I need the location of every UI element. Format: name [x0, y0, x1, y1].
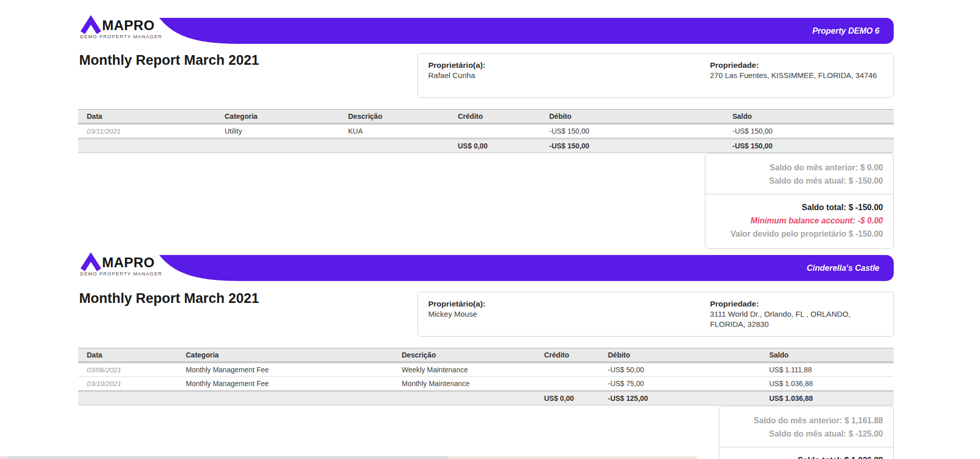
- col-header-categoria: Categoria: [177, 348, 393, 363]
- owner-name: Mickey Mouse: [428, 309, 643, 319]
- amount-owed-line: Valor devido pelo proprietário $ -150.00: [716, 227, 883, 241]
- col-header-debito: Débito: [599, 348, 761, 363]
- cell-balance: -US$ 150,00: [724, 124, 894, 139]
- col-header-descricao: Descrição: [339, 110, 449, 124]
- cell-date: 03/06/2021: [78, 363, 177, 377]
- table-totals-row: US$ 0,00 -US$ 150,00 -US$ 150,00: [78, 139, 894, 153]
- cell-description: Monthly Maintenance: [393, 377, 535, 391]
- summary-month-section: Saldo do mês anterior: $ 0.00 Saldo do m…: [705, 154, 893, 194]
- owner-property-box: Proprietário(a): Rafael Cunha Propriedad…: [418, 53, 894, 98]
- property-info: Propriedade: 270 Las Fuentes, KISSIMMEE,…: [710, 60, 886, 81]
- cell-category: Utility: [216, 124, 339, 139]
- transactions-table: Data Categoria Descrição Crédito Débito …: [78, 109, 894, 153]
- col-header-data: Data: [78, 348, 177, 363]
- table-totals-row: US$ 0,00 -US$ 125,00 US$ 1.036,88: [78, 391, 894, 405]
- cell-debit: -US$ 50,00: [599, 363, 761, 377]
- total-balance: US$ 1.036,88: [761, 391, 894, 405]
- owner-info: Proprietário(a): Mickey Mouse: [428, 299, 643, 319]
- col-header-data: Data: [78, 110, 216, 124]
- bottom-edge-strip: [9, 456, 448, 459]
- col-header-saldo: Saldo: [761, 348, 894, 363]
- cell-category: Monthly Management Fee: [177, 363, 393, 377]
- mapro-logo: MAPRO DEMO PROPERTY MANAGER: [80, 254, 162, 276]
- total-credit: US$ 0,00: [535, 391, 599, 405]
- logo-tagline: DEMO PROPERTY MANAGER: [80, 34, 162, 39]
- owner-label: Proprietário(a):: [428, 299, 643, 309]
- logo-tagline: DEMO PROPERTY MANAGER: [80, 271, 162, 276]
- col-header-categoria: Categoria: [216, 110, 339, 124]
- logo-name: MAPRO: [102, 255, 155, 270]
- balance-summary-box: Saldo do mês anterior: $ 1,161.88 Saldo …: [719, 406, 894, 459]
- balance-summary-box: Saldo do mês anterior: $ 0.00 Saldo do m…: [705, 153, 894, 249]
- cell-credit: [449, 124, 541, 139]
- summary-total-section: Saldo total: $ 1,036.88: [719, 447, 893, 459]
- mapro-chevron-icon: [80, 17, 102, 33]
- total-balance: -US$ 150,00: [724, 139, 894, 153]
- report-title: Monthly Report March 2021: [79, 291, 259, 307]
- owner-label: Proprietário(a):: [428, 60, 643, 70]
- property-label: Propriedade:: [710, 299, 886, 309]
- total-empty: [78, 391, 177, 405]
- bottom-edge-strip: [0, 456, 9, 459]
- minimum-balance-line: Minimum balance account: -$ 0.00: [716, 214, 883, 227]
- bottom-edge-strip: [448, 456, 697, 459]
- current-balance-line: Saldo do mês atual: $ -125.00: [729, 427, 883, 441]
- property-info: Propriedade: 3111 World Dr., Orlando, FL…: [710, 299, 886, 329]
- report-title: Monthly Report March 2021: [79, 53, 259, 68]
- cell-description: KUA: [339, 124, 449, 139]
- cell-credit: [535, 377, 599, 391]
- owner-info: Proprietário(a): Rafael Cunha: [428, 60, 643, 81]
- total-credit: US$ 0,00: [449, 139, 541, 153]
- total-balance-line: Saldo total: $ 1,036.88: [729, 454, 883, 459]
- cell-balance: US$ 1.111,88: [761, 363, 894, 377]
- total-debit: -US$ 125,00: [599, 391, 761, 405]
- logo-row: MAPRO: [80, 17, 162, 33]
- cell-date: 03/11/2021: [78, 124, 216, 139]
- previous-balance-line: Saldo do mês anterior: $ 0.00: [716, 161, 883, 174]
- col-header-credito: Crédito: [449, 110, 541, 124]
- property-banner: Property DEMO 6: [159, 18, 894, 44]
- logo-row: MAPRO: [80, 254, 162, 270]
- cell-date: 03/10/2021: [78, 377, 177, 391]
- total-empty: [393, 391, 535, 405]
- previous-balance-line: Saldo do mês anterior: $ 1,161.88: [729, 414, 883, 427]
- total-empty: [78, 139, 216, 153]
- table-header-row: Data Categoria Descrição Crédito Débito …: [78, 110, 894, 124]
- logo-name: MAPRO: [102, 18, 155, 33]
- table-row: 03/10/2021 Monthly Management Fee Monthl…: [78, 377, 894, 391]
- property-address: 3111 World Dr., Orlando, FL , ORLANDO, F…: [710, 309, 886, 329]
- cell-balance: US$ 1.036,88: [761, 377, 894, 391]
- col-header-saldo: Saldo: [724, 110, 894, 124]
- table-row: 03/11/2021 Utility KUA -US$ 150,00 -US$ …: [78, 124, 894, 139]
- report-page: MAPRO DEMO PROPERTY MANAGER Property DEM…: [0, 0, 980, 459]
- table-row: 03/06/2021 Monthly Management Fee Weekly…: [78, 363, 894, 377]
- table-header-row: Data Categoria Descrição Crédito Débito …: [78, 348, 894, 363]
- property-address: 270 Las Fuentes, KISSIMMEE, FLORIDA, 347…: [710, 70, 886, 81]
- col-header-descricao: Descrição: [393, 348, 535, 363]
- total-empty: [177, 391, 393, 405]
- current-balance-line: Saldo do mês atual: $ -150.00: [716, 174, 883, 188]
- banner-property-name: Property DEMO 6: [159, 18, 894, 44]
- owner-property-box: Proprietário(a): Mickey Mouse Propriedad…: [418, 292, 894, 337]
- cell-credit: [535, 363, 599, 377]
- summary-total-section: Saldo total: $ -150.00 Minimum balance a…: [705, 194, 893, 248]
- owner-name: Rafael Cunha: [428, 70, 643, 81]
- col-header-debito: Débito: [541, 110, 724, 124]
- property-label: Propriedade:: [710, 60, 886, 70]
- total-balance-line: Saldo total: $ -150.00: [716, 201, 883, 214]
- cell-description: Weekly Maintenance: [393, 363, 535, 377]
- mapro-chevron-icon: [80, 254, 102, 270]
- cell-debit: -US$ 75,00: [599, 377, 761, 391]
- total-debit: -US$ 150,00: [541, 139, 724, 153]
- mapro-logo: MAPRO DEMO PROPERTY MANAGER: [80, 17, 162, 39]
- total-empty: [339, 139, 449, 153]
- total-empty: [216, 139, 339, 153]
- property-banner: Cinderella's Castle: [159, 255, 894, 281]
- summary-month-section: Saldo do mês anterior: $ 1,161.88 Saldo …: [719, 406, 893, 447]
- transactions-table: Data Categoria Descrição Crédito Débito …: [78, 348, 894, 405]
- cell-category: Monthly Management Fee: [177, 377, 393, 391]
- banner-property-name: Cinderella's Castle: [159, 255, 894, 281]
- col-header-credito: Crédito: [535, 348, 599, 363]
- cell-debit: -US$ 150,00: [541, 124, 724, 139]
